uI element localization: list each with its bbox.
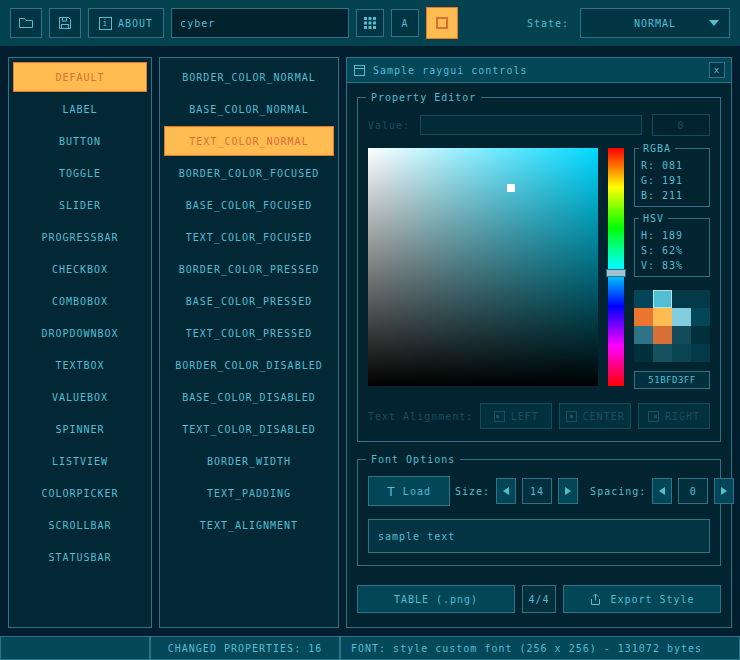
hsv-label: HSV: [639, 212, 668, 225]
color-swatch[interactable]: [691, 344, 710, 362]
control-list-item[interactable]: PROGRESSBAR: [13, 222, 147, 252]
control-list-item[interactable]: SCROLLBAR: [13, 510, 147, 540]
property-list-item[interactable]: BORDER_COLOR_NORMAL: [164, 62, 334, 92]
property-list-item[interactable]: BORDER_COLOR_DISABLED: [164, 350, 334, 380]
spacing-decrease-button[interactable]: [652, 478, 672, 504]
color-swatch[interactable]: [653, 326, 672, 344]
control-list-item[interactable]: DEFAULT: [13, 62, 147, 92]
control-list-item[interactable]: COLORPICKER: [13, 478, 147, 508]
control-list-item[interactable]: BUTTON: [13, 126, 147, 156]
info-icon: i: [99, 17, 112, 30]
color-swatch[interactable]: [672, 344, 691, 362]
property-editor-label: Property Editor: [366, 91, 481, 104]
rgba-rows: R: 081G: 191B: 211: [641, 158, 703, 203]
hsv-group: HSV H: 189S: 62%V: 83%: [634, 218, 710, 277]
arrow-right-icon: [721, 487, 727, 495]
align-center-icon: [566, 411, 577, 422]
style-name-input[interactable]: [171, 8, 349, 38]
color-swatch[interactable]: [653, 290, 672, 308]
sample-text-input[interactable]: sample text: [368, 519, 710, 553]
color-swatch[interactable]: [691, 326, 710, 344]
sample-text-value: sample text: [378, 531, 455, 542]
window-titlebar[interactable]: Sample raygui controls x: [347, 58, 731, 83]
color-swatch[interactable]: [634, 308, 653, 326]
load-style-button[interactable]: [10, 8, 42, 38]
close-icon: x: [714, 65, 720, 75]
property-list-item[interactable]: BASE_COLOR_FOCUSED: [164, 190, 334, 220]
property-list-item[interactable]: BORDER_COLOR_FOCUSED: [164, 158, 334, 188]
property-list-item[interactable]: BORDER_WIDTH: [164, 446, 334, 476]
rguistyler-app: i ABOUT A State: NORMAL: [0, 0, 740, 660]
rgba-label: RGBA: [639, 142, 675, 155]
state-dropdown-value: NORMAL: [634, 18, 676, 29]
property-list-item[interactable]: TEXT_ALIGNMENT: [164, 510, 334, 540]
control-list-item[interactable]: TEXTBOX: [13, 350, 147, 380]
sample-controls-window: Sample raygui controls x Property Editor…: [346, 57, 732, 628]
property-list-item[interactable]: TEXT_COLOR_NORMAL: [164, 126, 334, 156]
property-list-item[interactable]: TEXT_COLOR_FOCUSED: [164, 222, 334, 252]
color-swatch[interactable]: [634, 326, 653, 344]
property-list-item[interactable]: BASE_COLOR_NORMAL: [164, 94, 334, 124]
color-picker: RGBA R: 081G: 191B: 211 HSV H: 189S: 62%…: [368, 148, 710, 389]
font-options-group: Font Options T Load Size: 14: [357, 459, 721, 566]
control-list-item[interactable]: TOGGLE: [13, 158, 147, 188]
property-list-item[interactable]: TEXT_PADDING: [164, 478, 334, 508]
property-list-item[interactable]: TEXT_COLOR_DISABLED: [164, 414, 334, 444]
status-font-info: FONT: style custom font (256 x 256) - 13…: [340, 636, 740, 660]
color-swatch[interactable]: [672, 290, 691, 308]
align-left-button: LEFT: [480, 403, 552, 429]
control-list-item[interactable]: SLIDER: [13, 190, 147, 220]
font-options-label: Font Options: [366, 453, 460, 466]
page-indicator: 4/4: [522, 585, 556, 613]
property-list-item[interactable]: BORDER_COLOR_PRESSED: [164, 254, 334, 284]
control-list-item[interactable]: CHECKBOX: [13, 254, 147, 284]
about-button[interactable]: i ABOUT: [88, 8, 164, 38]
property-editor-group: Property Editor Value: 0: [357, 97, 721, 442]
size-increase-button[interactable]: [558, 478, 578, 504]
control-list-item[interactable]: LABEL: [13, 94, 147, 124]
spacing-increase-button[interactable]: [714, 478, 734, 504]
hsv-value: S: 62%: [641, 243, 703, 258]
spacing-value[interactable]: 0: [678, 478, 708, 504]
control-list-item[interactable]: DROPDOWNBOX: [13, 318, 147, 348]
control-list-item[interactable]: LISTVIEW: [13, 446, 147, 476]
size-decrease-button[interactable]: [496, 478, 516, 504]
color-swatch[interactable]: [634, 344, 653, 362]
size-value[interactable]: 14: [522, 478, 552, 504]
color-cursor[interactable]: [507, 184, 515, 192]
hsv-value: V: 83%: [641, 258, 703, 273]
style-color-mode-button[interactable]: [426, 7, 458, 39]
color-swatch[interactable]: [691, 290, 710, 308]
save-style-button[interactable]: [49, 8, 81, 38]
state-dropdown[interactable]: NORMAL: [580, 8, 730, 38]
color-swatch[interactable]: [672, 326, 691, 344]
font-view-button[interactable]: A: [391, 9, 419, 37]
value-row: Value: 0: [368, 114, 710, 136]
control-list-item[interactable]: SPINNER: [13, 414, 147, 444]
font-t-icon: T: [387, 484, 396, 499]
hue-bar[interactable]: [608, 148, 624, 386]
control-list-item[interactable]: COMBOBOX: [13, 286, 147, 316]
hex-color-value[interactable]: 51BFD3FF: [634, 371, 710, 389]
property-list-item[interactable]: BASE_COLOR_PRESSED: [164, 286, 334, 316]
export-style-button[interactable]: Export Style: [563, 585, 721, 613]
rgba-value: R: 081: [641, 158, 703, 173]
property-list-item[interactable]: BASE_COLOR_DISABLED: [164, 382, 334, 412]
color-swatch[interactable]: [653, 308, 672, 326]
align-left-label: LEFT: [511, 411, 539, 422]
color-swatch[interactable]: [672, 308, 691, 326]
rgba-group: RGBA R: 081G: 191B: 211: [634, 148, 710, 207]
style-table-view-button[interactable]: [356, 9, 384, 37]
load-font-button[interactable]: T Load: [368, 476, 450, 506]
control-list-item[interactable]: STATUSBAR: [13, 542, 147, 572]
hue-handle[interactable]: [606, 269, 626, 277]
color-swatch[interactable]: [691, 308, 710, 326]
close-button[interactable]: x: [709, 62, 725, 78]
property-list-item[interactable]: TEXT_COLOR_PRESSED: [164, 318, 334, 348]
color-swatch[interactable]: [653, 344, 672, 362]
style-color-palette: [634, 290, 710, 362]
color-swatch[interactable]: [634, 290, 653, 308]
export-table-button[interactable]: TABLE (.png): [357, 585, 515, 613]
saturation-value-panel[interactable]: [368, 148, 598, 386]
control-list-item[interactable]: VALUEBOX: [13, 382, 147, 412]
